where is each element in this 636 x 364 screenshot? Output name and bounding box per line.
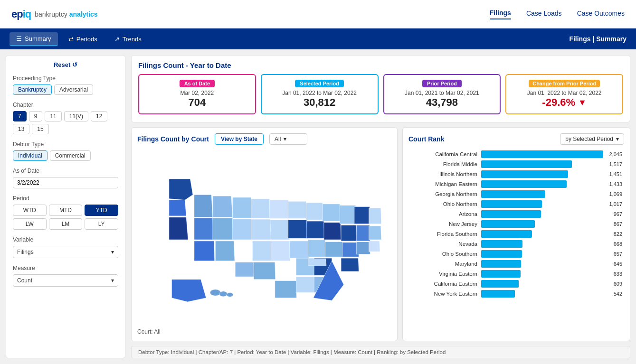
state-tn[interactable] xyxy=(308,259,326,265)
state-ne[interactable] xyxy=(251,220,271,240)
state-mi[interactable] xyxy=(306,203,323,220)
chevron-down-icon: ▾ xyxy=(111,249,114,255)
state-nv[interactable] xyxy=(194,218,214,240)
period-group: WTD MTD YTD LW LM LY xyxy=(13,205,118,230)
state-wy[interactable] xyxy=(233,197,252,218)
btn-ch12[interactable]: 12 xyxy=(91,111,107,121)
variable-select[interactable]: Filings ▾ xyxy=(13,246,118,258)
state-in[interactable] xyxy=(307,221,324,238)
state-co[interactable] xyxy=(233,219,253,240)
btn-ch11v[interactable]: 11(V) xyxy=(64,111,88,121)
state-ak[interactable] xyxy=(171,280,206,302)
state-ma[interactable] xyxy=(369,226,381,240)
reset-button[interactable]: Reset ↺ xyxy=(13,61,118,68)
state-ne-states[interactable] xyxy=(369,241,380,252)
proceeding-type-section: Proceeding Type Bankruptcy Adversarial xyxy=(13,75,118,95)
state-ct-ri[interactable] xyxy=(369,208,381,224)
state-oh2[interactable] xyxy=(324,223,341,240)
state-tx[interactable] xyxy=(254,262,275,279)
bar-row: California Central 2,045 xyxy=(408,150,622,158)
state-az[interactable] xyxy=(194,241,215,261)
sub-nav-summary[interactable]: ☰ Summary xyxy=(9,32,58,46)
sub-nav-trends[interactable]: ↗ Trends xyxy=(108,33,148,46)
state-ks[interactable] xyxy=(252,241,272,261)
bar-track xyxy=(481,210,608,218)
btn-ch9[interactable]: 9 xyxy=(29,111,43,121)
bar-row: Florida Middle 1,517 xyxy=(408,160,622,168)
bar-fill xyxy=(481,180,567,188)
btn-ytd[interactable]: YTD xyxy=(85,205,118,216)
state-mt[interactable] xyxy=(213,196,233,217)
bar-label: New York Eastern xyxy=(408,291,477,297)
sub-nav: ☰ Summary ⇄ Periods ↗ Trends Filings | S… xyxy=(0,28,636,49)
bar-label: Ohio Northern xyxy=(408,201,477,207)
state-nm[interactable] xyxy=(215,241,235,261)
btn-adversarial[interactable]: Adversarial xyxy=(54,84,93,95)
state-md[interactable] xyxy=(356,242,370,254)
bar-value: 633 xyxy=(614,271,622,277)
state-al[interactable] xyxy=(296,277,314,292)
state-oh[interactable] xyxy=(323,204,340,221)
state-va[interactable] xyxy=(325,242,343,257)
state-hi-2[interactable] xyxy=(219,291,228,297)
state-hi-3[interactable] xyxy=(227,293,233,297)
state-id[interactable] xyxy=(194,195,213,217)
state-wi[interactable] xyxy=(288,201,307,218)
bar-value: 668 xyxy=(614,241,622,247)
bar-fill xyxy=(481,290,515,298)
state-ut[interactable] xyxy=(213,218,233,240)
state-la[interactable] xyxy=(275,280,297,298)
us-map-svg[interactable] xyxy=(137,149,391,326)
btn-lw[interactable]: LW xyxy=(13,218,47,230)
state-ca[interactable] xyxy=(169,217,188,240)
state-ar[interactable] xyxy=(289,241,309,258)
measure-value: Count xyxy=(17,277,32,284)
btn-ch13[interactable]: 13 xyxy=(13,124,29,134)
state-nj[interactable] xyxy=(356,225,370,241)
state-hi-1[interactable] xyxy=(210,289,220,296)
nav-caseoutcomes[interactable]: Case Outcomes xyxy=(577,9,625,19)
bar-fill xyxy=(481,220,535,228)
btn-commercial[interactable]: Commercial xyxy=(50,150,91,161)
state-mn[interactable] xyxy=(270,200,289,218)
state-mo[interactable] xyxy=(271,241,290,261)
btn-ch7[interactable]: 7 xyxy=(13,111,27,121)
state-wv[interactable] xyxy=(341,225,357,241)
btn-lm[interactable]: LM xyxy=(49,218,83,230)
state-tx-w[interactable] xyxy=(235,262,254,277)
nav-filings[interactable]: Filings xyxy=(490,9,511,19)
map-container[interactable] xyxy=(137,149,391,326)
main-nav: Filings Case Loads Case Outcomes xyxy=(490,9,625,19)
view-by-state-button[interactable]: View by State xyxy=(215,133,264,145)
state-or[interactable] xyxy=(169,200,186,215)
state-wa[interactable] xyxy=(169,179,193,200)
card-prior-value: 43,798 xyxy=(391,96,494,109)
btn-ch15[interactable]: 15 xyxy=(32,124,48,134)
bar-value: 1,433 xyxy=(609,181,622,187)
sub-nav-periods[interactable]: ⇄ Periods xyxy=(62,33,104,46)
state-nd[interactable] xyxy=(251,199,270,218)
state-ky[interactable] xyxy=(308,240,325,257)
state-ny[interactable] xyxy=(354,206,370,224)
btn-bankruptcy[interactable]: Bankruptcy xyxy=(13,84,52,95)
bar-fill xyxy=(481,230,532,238)
court-dropdown[interactable]: All ▾ xyxy=(269,133,307,145)
card-selected-title: Selected Period xyxy=(268,80,371,87)
btn-individual[interactable]: Individual xyxy=(13,150,47,161)
bar-fill xyxy=(481,270,521,278)
state-ia[interactable] xyxy=(270,220,290,240)
state-sc[interactable] xyxy=(341,258,359,271)
btn-ch11[interactable]: 11 xyxy=(45,111,61,121)
btn-wtd[interactable]: WTD xyxy=(13,205,47,216)
court-rank-dropdown[interactable]: by Selected Period ▾ xyxy=(560,133,624,145)
bar-chart: California Central 2,045 Florida Middle … xyxy=(408,150,624,335)
btn-mtd[interactable]: MTD xyxy=(49,205,83,216)
nav-caseloads[interactable]: Case Loads xyxy=(526,9,562,19)
state-pa[interactable] xyxy=(340,205,356,224)
as-of-date-input[interactable] xyxy=(13,177,118,188)
state-il[interactable] xyxy=(288,220,308,238)
btn-ly[interactable]: LY xyxy=(85,218,118,230)
bar-track xyxy=(481,180,603,188)
measure-select[interactable]: Count ▾ xyxy=(13,274,118,287)
map-title: Filings Count by Court xyxy=(137,135,209,143)
